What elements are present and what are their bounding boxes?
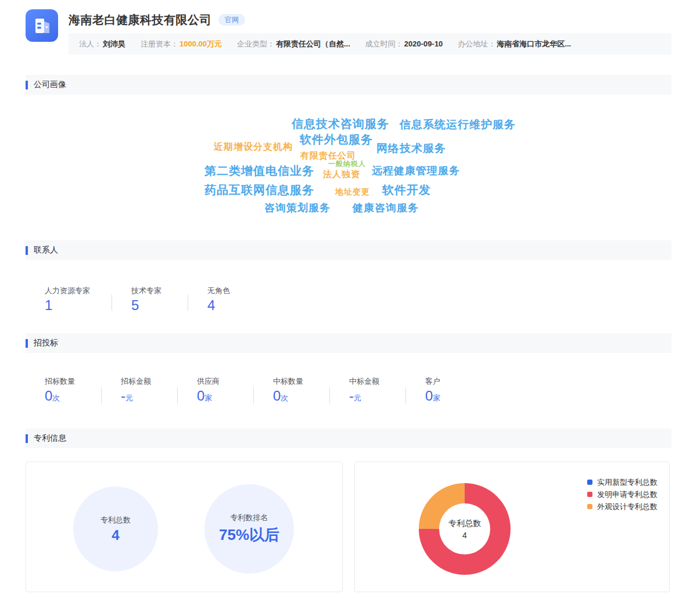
stat-unit: 元 bbox=[354, 394, 361, 402]
stat-value: 5 bbox=[131, 298, 188, 313]
stat-label: 客户 bbox=[425, 376, 482, 387]
word-cloud-term: 网络技术服务 bbox=[376, 141, 446, 156]
contacts-section-title: 联系人 bbox=[34, 245, 58, 255]
patent-rank-bubble: 专利数排名 75%以后 bbox=[204, 484, 294, 574]
word-cloud-term: 地址变更 bbox=[335, 187, 370, 197]
patent-rank-value: 75%以后 bbox=[219, 525, 279, 545]
word-cloud-term: 第二类增值电信业务 bbox=[204, 163, 314, 179]
company-profile-page: 海南老白健康科技有限公司 官网 法人：刘沛昊注册资本：1000.00万元企业类型… bbox=[0, 0, 697, 604]
word-cloud-term: 一般纳税人 bbox=[328, 159, 366, 169]
section-accent-bar bbox=[26, 339, 28, 348]
bidding-stats-row: 招标数量0次招标金额-元供应商0家中标数量0次中标金额-元客户0家 bbox=[26, 376, 671, 406]
word-cloud-term: 药品互联网信息服务 bbox=[204, 182, 314, 198]
word-cloud-term: 信息系统运行维护服务 bbox=[400, 117, 516, 132]
title-row: 海南老白健康科技有限公司 官网 bbox=[69, 12, 671, 28]
legend-swatch bbox=[587, 480, 592, 485]
company-word-cloud: 信息技术咨询服务信息系统运行维护服务软件外包服务近期增设分支机构网络技术服务有限… bbox=[26, 95, 671, 240]
stat-label: 无角色 bbox=[207, 286, 264, 296]
stat-item: 技术专家5 bbox=[112, 286, 188, 313]
stat-value: 4 bbox=[207, 298, 264, 313]
patent-donut-chart: 专利总数 4 bbox=[419, 483, 511, 575]
stat-value: 0次 bbox=[45, 388, 101, 406]
portrait-section-title: 公司画像 bbox=[34, 80, 66, 90]
company-info-item: 成立时间：2020-09-10 bbox=[365, 39, 443, 49]
stat-value: 0家 bbox=[197, 388, 253, 406]
patent-total-label: 专利总数 bbox=[100, 515, 131, 525]
company-info-item: 办公地址：海南省海口市龙华区... bbox=[458, 39, 571, 49]
building-icon bbox=[26, 9, 58, 42]
stat-value: -元 bbox=[121, 388, 177, 406]
company-name: 海南老白健康科技有限公司 bbox=[69, 12, 211, 28]
word-cloud-term: 软件开发 bbox=[382, 182, 431, 198]
bidding-section-title: 招投标 bbox=[34, 338, 58, 348]
stat-item: 招标金额-元 bbox=[102, 376, 177, 406]
legend-label: 外观设计专利总数 bbox=[597, 500, 658, 513]
portrait-section-header: 公司画像 bbox=[26, 75, 671, 95]
stat-item: 客户0家 bbox=[406, 376, 482, 406]
chart-legend: 实用新型专利总数发明申请专利总数外观设计专利总数 bbox=[587, 476, 658, 513]
info-value: 2020-09-10 bbox=[404, 39, 443, 48]
contacts-section-header: 联系人 bbox=[26, 240, 671, 260]
stat-unit: 次 bbox=[281, 394, 288, 402]
stat-item: 人力资源专家1 bbox=[26, 286, 112, 313]
section-bidding: 招投标 招标数量0次招标金额-元供应商0家中标数量0次中标金额-元客户0家 bbox=[26, 333, 671, 406]
legend-label: 实用新型专利总数 bbox=[597, 476, 658, 488]
stat-item: 招标数量0次 bbox=[26, 376, 101, 406]
section-accent-bar bbox=[26, 246, 28, 255]
info-label: 成立时间： bbox=[365, 39, 403, 48]
legend-item[interactable]: 外观设计专利总数 bbox=[587, 500, 658, 513]
stat-unit: 家 bbox=[433, 394, 440, 402]
patent-total-value: 4 bbox=[112, 527, 119, 543]
legend-label: 发明申请专利总数 bbox=[597, 488, 658, 500]
patent-cards: 专利总数 4 专利数排名 75%以后 专利总数 4 实用新型专利总数发明申请专利… bbox=[26, 462, 671, 592]
section-accent-bar bbox=[26, 434, 28, 443]
stat-label: 招标数量 bbox=[45, 376, 101, 387]
info-label: 注册资本： bbox=[141, 39, 178, 48]
stat-label: 人力资源专家 bbox=[45, 286, 112, 296]
word-cloud-term: 软件外包服务 bbox=[300, 132, 373, 147]
patents-section-header: 专利信息 bbox=[26, 428, 671, 448]
section-company-portrait: 公司画像 信息技术咨询服务信息系统运行维护服务软件外包服务近期增设分支机构网络技… bbox=[26, 75, 671, 240]
bidding-section-header: 招投标 bbox=[26, 333, 671, 353]
section-patents: 专利信息 专利总数 4 专利数排名 75%以后 专利总数 4 bbox=[26, 428, 671, 592]
company-info-item: 注册资本：1000.00万元 bbox=[141, 39, 222, 49]
stat-value: -元 bbox=[349, 388, 405, 406]
official-site-badge[interactable]: 官网 bbox=[218, 14, 245, 26]
stat-label: 招标金额 bbox=[121, 376, 177, 387]
stat-item: 无角色4 bbox=[188, 286, 264, 313]
legend-item[interactable]: 实用新型专利总数 bbox=[587, 476, 658, 488]
stat-label: 中标数量 bbox=[273, 376, 329, 387]
stat-unit: 元 bbox=[125, 394, 133, 402]
patent-rank-label: 专利数排名 bbox=[231, 513, 268, 523]
stat-label: 中标金额 bbox=[349, 376, 405, 387]
info-value: 刘沛昊 bbox=[103, 39, 125, 48]
legend-item[interactable]: 发明申请专利总数 bbox=[587, 488, 658, 500]
stat-value: 0家 bbox=[425, 388, 482, 406]
patent-summary-card: 专利总数 4 专利数排名 75%以后 bbox=[26, 462, 343, 592]
company-info-bar: 法人：刘沛昊注册资本：1000.00万元企业类型：有限责任公司（自然...成立时… bbox=[69, 33, 671, 55]
company-logo bbox=[26, 9, 58, 42]
company-info-item: 法人：刘沛昊 bbox=[79, 39, 125, 49]
word-cloud-term: 咨询策划服务 bbox=[264, 201, 330, 215]
stat-item: 中标金额-元 bbox=[330, 376, 405, 406]
section-contacts: 联系人 人力资源专家1技术专家5无角色4 bbox=[26, 240, 671, 313]
contacts-stats-row: 人力资源专家1技术专家5无角色4 bbox=[26, 286, 671, 313]
section-accent-bar bbox=[26, 81, 28, 89]
word-cloud-term: 近期增设分支机构 bbox=[214, 141, 293, 153]
legend-swatch bbox=[587, 504, 592, 509]
stat-label: 技术专家 bbox=[131, 286, 188, 296]
info-label: 办公地址： bbox=[458, 39, 495, 48]
company-info-item: 企业类型：有限责任公司（自然... bbox=[237, 39, 350, 49]
header-right: 海南老白健康科技有限公司 官网 法人：刘沛昊注册资本：1000.00万元企业类型… bbox=[69, 9, 671, 55]
stat-unit: 次 bbox=[52, 394, 60, 402]
stat-label: 供应商 bbox=[197, 376, 253, 387]
word-cloud-term: 远程健康管理服务 bbox=[372, 164, 460, 178]
word-cloud-term: 健康咨询服务 bbox=[353, 201, 419, 215]
patent-chart-card: 专利总数 4 实用新型专利总数发明申请专利总数外观设计专利总数 bbox=[354, 462, 670, 592]
word-cloud-term: 信息技术咨询服务 bbox=[292, 116, 389, 132]
word-cloud-term: 法人独资 bbox=[323, 169, 360, 180]
patent-total-bubble: 专利总数 4 bbox=[73, 487, 158, 571]
stat-item: 供应商0家 bbox=[178, 376, 253, 406]
donut-center-value: 4 bbox=[462, 531, 467, 540]
stat-value: 0次 bbox=[273, 388, 329, 406]
